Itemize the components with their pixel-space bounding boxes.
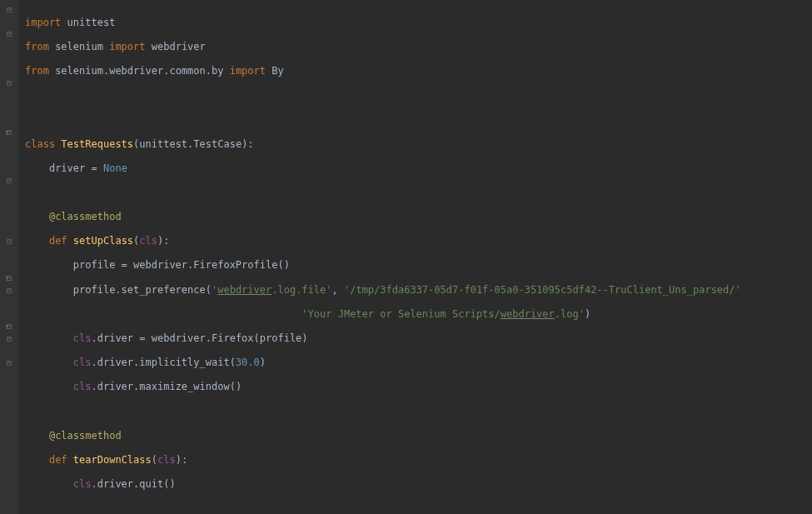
code-line: 'Your JMeter or Selenium Scripts/webdriv… [25, 308, 812, 321]
def-teardownclass: def tearDownClass(cls): [25, 454, 812, 467]
fold-end-icon[interactable]: ⊟ [0, 333, 18, 346]
fold-marker-icon[interactable]: ⊟ [0, 4, 18, 17]
code-line: import unittest [25, 17, 812, 29]
fold-marker-icon[interactable]: ⊟ [0, 357, 18, 370]
fold-end-icon[interactable]: ⊟ [0, 285, 18, 297]
fold-marker-icon[interactable]: ⊟ [0, 77, 18, 90]
code-line: cls.driver.quit() [25, 478, 812, 491]
fold-end-icon[interactable]: ⊟ [0, 236, 18, 248]
fold-marker-icon[interactable]: ⊟ [0, 127, 18, 139]
decorator: @classmethod [25, 430, 812, 442]
def-setupclass: def setUpClass(cls): [25, 235, 812, 247]
code-line: cls.driver.maximize_window() [25, 381, 812, 393]
fold-end-icon[interactable]: ⊟ [0, 175, 18, 187]
fold-marker-icon[interactable]: ⊟ [0, 28, 18, 41]
code-line: cls.driver = webdriver.Firefox(profile) [25, 332, 812, 345]
fold-marker-icon[interactable]: ⊟ [0, 272, 18, 285]
fold-marker-icon[interactable]: ⊟ [0, 321, 18, 333]
editor-gutter[interactable]: ⊟ ⊟ ⊟ ↑ ⊟ ⊟ ⊟ ↑ ⊟ ⊟ ↑ ⊟ ⊟ ⊟ [0, 0, 18, 514]
code-line: from selenium import webdriver [25, 41, 812, 53]
code-line: profile = webdriver.FirefoxProfile() [25, 259, 812, 272]
code-line: driver = None [25, 162, 812, 175]
code-editor[interactable]: import unittest from selenium import web… [18, 0, 812, 514]
class-def: class TestRequests(unittest.TestCase): [25, 138, 812, 151]
code-line: profile.set_preference('webdriver.log.fi… [25, 284, 812, 297]
code-line: cls.driver.implicitly_wait(30.0) [25, 357, 812, 369]
decorator: @classmethod [25, 211, 812, 223]
code-line: from selenium.webdriver.common.by import… [25, 65, 812, 77]
